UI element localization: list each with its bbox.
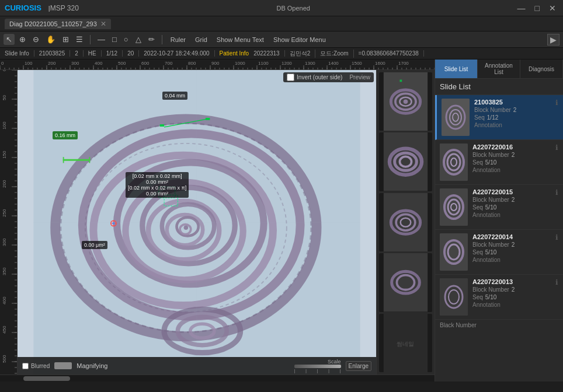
seq-field: Seq 5/10 [472, 294, 551, 300]
circle-tool-button[interactable]: ○ [121, 34, 131, 45]
preview-label: Preview [349, 74, 370, 80]
invert-bar: Invert (outer side) Preview [283, 72, 374, 82]
list-view-button[interactable]: ☰ [74, 34, 85, 45]
black-number-label: Black Number [435, 320, 563, 331]
polygon-tool-button[interactable]: △ [133, 34, 144, 45]
pan-button[interactable]: ✋ [44, 34, 58, 45]
infobar: Slide Info 21003825 2 HE 1/12 20 2022-10… [0, 48, 563, 60]
seq-field: Seq 5/10 [472, 249, 551, 256]
diagnosis-tab[interactable]: Diagnosis [520, 60, 563, 78]
rect-tool-button[interactable]: □ [110, 34, 119, 45]
svg-point-29 [113, 222, 115, 225]
slide-thumbnail [440, 144, 468, 181]
toolbar-expand-button[interactable]: ▶ [547, 34, 559, 46]
thumbnail-panel: 썸네일 [376, 70, 435, 374]
patient-info-label: Patient Info [220, 50, 249, 57]
scroll-thumb[interactable] [23, 376, 70, 381]
thumbnail-5[interactable]: 썸네일 [379, 314, 432, 372]
toolbar-separator2 [162, 35, 162, 44]
info-icon[interactable]: ℹ [555, 278, 558, 286]
magnifying-label: Magnifying [77, 362, 107, 369]
main-area: 0.04 mm 0.16 mm [0.02 mm x 0.02 mm]0.00 … [0, 60, 563, 382]
tab-close-button[interactable]: ✕ [100, 20, 106, 28]
annotation-label: Annotation [472, 167, 551, 173]
right-panel: Slide List Annotation List Diagnosis Sli… [435, 60, 563, 382]
svg-rect-23 [89, 157, 90, 163]
block-number-field: Block Number 2 [472, 286, 551, 293]
block-label: Block Number [472, 242, 509, 248]
slide-list-tab[interactable]: Slide List [435, 60, 478, 78]
block-number-field: Block Number 2 [474, 107, 551, 113]
thumbnail-4[interactable] [379, 253, 432, 312]
info-icon[interactable]: ℹ [555, 99, 558, 107]
slide-item[interactable]: 21003825 Block Number 2 Seq 1/12 Annotat… [435, 95, 563, 140]
info-icon[interactable]: ℹ [555, 144, 558, 152]
show-menu-text-button[interactable]: Show Menu Text [213, 35, 267, 44]
scale-ticks: ||||| [294, 368, 341, 373]
annotation-label: Annotation [472, 212, 551, 218]
ruler-button[interactable]: Ruler [167, 35, 189, 44]
slide-item[interactable]: A2207220013 Block Number 2 Seq 5/10 Anno… [435, 275, 563, 320]
invert-checkbox[interactable] [287, 74, 294, 81]
thumbnail-2[interactable] [379, 132, 432, 191]
slide-info-label: Slide Info [5, 50, 34, 57]
slide-thumbnail [442, 99, 470, 136]
slide-item[interactable]: A2207220014 Block Number 2 Seq 5/10 Anno… [435, 230, 563, 275]
annotation-list-tab[interactable]: Annotation List [478, 60, 520, 78]
tissue-image [18, 70, 376, 374]
seq-value: 5/10 [485, 204, 496, 211]
thumbnail-3[interactable] [379, 193, 432, 251]
window-controls: — □ ✕ [515, 4, 558, 13]
slide-item[interactable]: A2207220016 Block Number 2 Seq 5/10 Anno… [435, 140, 563, 185]
info-icon[interactable]: ℹ [555, 233, 558, 242]
panel-title: Slide List [435, 79, 563, 95]
vertical-ruler [0, 70, 18, 374]
svg-rect-20 [206, 118, 210, 120]
svg-rect-37 [399, 80, 402, 82]
zoom-out-button[interactable]: ⊖ [30, 34, 41, 45]
app-logo: CURIOSIS [5, 4, 41, 12]
panel-tabs: Slide List Annotation List Diagnosis [435, 60, 563, 79]
line-tool-button[interactable]: — [95, 34, 107, 45]
slide-thumbnail [440, 233, 468, 271]
seq-value: 5/10 [485, 159, 496, 166]
section-value: 2 [75, 50, 84, 57]
grid-button[interactable]: Grid [192, 35, 211, 44]
info-icon[interactable]: ℹ [555, 188, 558, 197]
thumbnail-1[interactable] [379, 72, 432, 131]
horizontal-ruler [0, 60, 435, 70]
block-label: Block Number [472, 286, 509, 293]
seq-value: 5/10 [485, 249, 496, 256]
minimize-button[interactable]: — [515, 4, 528, 13]
document-tab[interactable]: Diag D20221005_110257_293 ✕ [5, 19, 111, 29]
slide-item[interactable]: A2207220015 Block Number 2 Seq 5/10 Anno… [435, 185, 563, 230]
select-tool-button[interactable]: ↖ [4, 34, 15, 45]
blurred-label: Blurred [22, 363, 50, 369]
zoom-in-button[interactable]: ⊕ [17, 34, 28, 45]
bottom-controls: Blurred Magnifying Scale ||||| Enlarge [18, 357, 376, 374]
svg-point-36 [404, 99, 408, 104]
datetime-value: 2022-10-27 18:24:49.000 [144, 50, 214, 57]
db-status: DB Opened [276, 5, 310, 12]
slide-id: A2207220013 [472, 278, 551, 285]
pencil-tool-button[interactable]: ✏ [146, 34, 157, 45]
show-editor-menu-button[interactable]: Show Editor Menu [270, 35, 329, 44]
titlebar: CURIOSIS | MSP 320 DB Opened — □ ✕ [0, 0, 563, 16]
slide-id: 21003825 [474, 99, 551, 106]
restore-button[interactable]: □ [533, 4, 542, 13]
close-button[interactable]: ✕ [547, 4, 558, 13]
slide-id-value: 21003825 [39, 50, 71, 57]
enlarge-button[interactable]: Enlarge [346, 361, 371, 371]
toolbar: ↖ ⊕ ⊖ ✋ ⊞ ☰ — □ ○ △ ✏ Ruler Grid Show Me… [0, 32, 563, 48]
slide-viewer[interactable]: 0.04 mm 0.16 mm [0.02 mm x 0.02 mm]0.00 … [18, 70, 435, 374]
seq-field: Seq 5/10 [472, 159, 551, 166]
slide-info: A2207220013 Block Number 2 Seq 5/10 Anno… [472, 278, 551, 308]
grid-view-button[interactable]: ⊞ [60, 34, 71, 45]
horizontal-scrollbar[interactable] [0, 374, 435, 382]
svg-point-12 [184, 226, 188, 230]
seq-value: 1/12 [106, 50, 123, 57]
seq-field: Seq 5/10 [472, 204, 551, 211]
block-value: 2 [512, 152, 515, 158]
svg-rect-19 [160, 124, 164, 127]
blurred-checkbox[interactable] [22, 363, 29, 369]
